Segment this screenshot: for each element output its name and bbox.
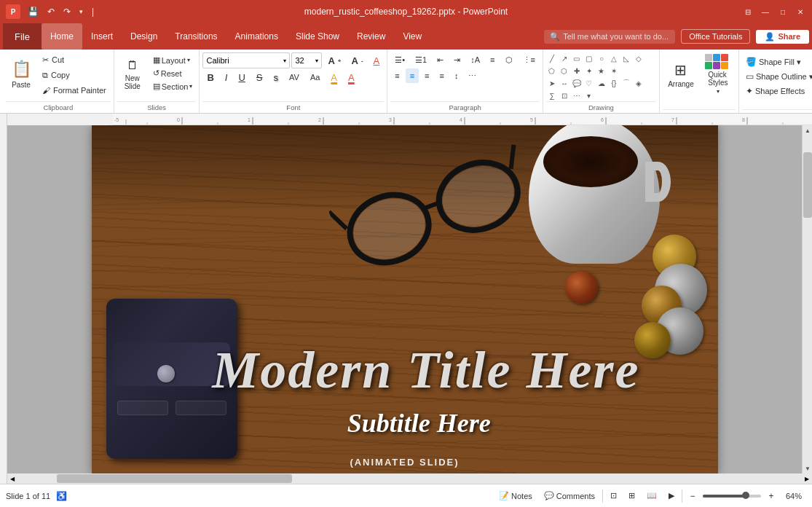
shape-star4[interactable]: ✦ [583,65,595,76]
slide-sorter-button[interactable]: ⊞ [624,490,639,502]
shape-brace[interactable]: ⌒ [620,77,632,89]
align-right-button[interactable]: ≡ [420,68,433,83]
layout-button[interactable]: ▦ Layout ▾ [149,54,197,66]
shape-right-triangle[interactable]: ◺ [620,52,632,64]
shape-text-box[interactable]: ⊡ [559,90,570,101]
shape-rounded-rect[interactable]: ▢ [583,52,595,64]
shape-star5[interactable]: ★ [596,65,607,76]
maximize-button[interactable]: □ [777,6,789,17]
shape-more[interactable]: ⋯ [571,90,583,101]
customize-quick-access-button[interactable]: ▾ [76,7,86,17]
menu-transitions[interactable]: Transitions [166,23,226,50]
shape-triangle[interactable]: △ [608,52,620,64]
shape-arrow[interactable]: ↗ [559,52,570,64]
cut-button[interactable]: ✂ Cut [38,52,111,67]
slide-thumb-3[interactable]: 3 📁 [3,221,6,271]
line-spacing-button[interactable]: ↕ [450,68,463,83]
shape-outline-button[interactable]: ▭ Shape Outline ▾ [742,70,812,83]
slide-thumb-7[interactable]: 7 📊 [3,431,6,481]
search-box[interactable]: 🔍 Tell me what you want to do... [544,30,675,44]
align-left-button[interactable]: ≡ [390,68,403,83]
slide-thumb-4[interactable]: 4 🖥️ [3,274,6,323]
shape-oval[interactable]: ○ [596,52,607,64]
smartart-button[interactable]: ⬡ [501,52,517,67]
reset-button[interactable]: ↺ Reset [149,67,197,79]
shape-star6[interactable]: ✶ [608,65,620,76]
zoom-out-button[interactable]: − [685,489,700,503]
strikethrough-button[interactable]: S [252,70,267,84]
font-family-selector[interactable]: Calibri ▾ [202,52,290,68]
zoom-slider[interactable] [703,495,761,498]
columns-button[interactable]: ⋮≡ [519,52,540,67]
copy-button[interactable]: ⧉ Copy [38,68,111,82]
font-size-selector[interactable]: 32 ▾ [291,52,322,68]
scroll-track-h[interactable] [17,473,802,484]
scroll-up-button[interactable]: ▲ [803,125,812,135]
slide-thumb-1[interactable]: 1 ★ Modern Title Here [3,117,6,166]
section-button[interactable]: ▤ Section ▾ [149,80,197,93]
text-highlight-button[interactable]: A [326,70,342,84]
shadow-button[interactable]: s [269,70,283,84]
align-center-button[interactable]: ≡ [406,68,419,83]
scroll-down-button[interactable]: ▼ [803,463,812,473]
slide-thumb-2[interactable]: 2 Slide 2 [3,169,6,219]
redo-button[interactable]: ↷ [60,5,74,18]
quick-styles-button[interactable]: QuickStyles ▾ [701,52,736,96]
increase-font-button[interactable]: A+ [323,53,345,68]
increase-indent-button[interactable]: ⇥ [449,52,465,67]
menu-slide-show[interactable]: Slide Show [287,23,348,50]
window-multi-btn[interactable]: ⊟ [742,6,754,17]
slide-thumb-5[interactable]: 5 📝 [3,326,6,376]
share-button[interactable]: 👤 Share [756,30,809,44]
shape-rect[interactable]: ▭ [571,52,583,64]
decrease-font-button[interactable]: A- [347,53,368,68]
menu-insert[interactable]: Insert [82,23,122,50]
font-color-button[interactable]: A [344,70,359,84]
slide-thumb-6[interactable]: 6 ☕ [3,379,6,428]
shape-bracket[interactable]: {} [608,77,620,89]
shape-arrow-right[interactable]: ➤ [546,77,558,89]
new-slide-button[interactable]: 🗒 NewSlide [117,52,148,96]
office-tutorials-button[interactable]: Office Tutorials [681,29,750,44]
reading-view-button[interactable]: 📖 [642,490,661,502]
zoom-level-button[interactable]: 64% [781,490,806,502]
shape-line[interactable]: ╱ [546,52,558,64]
shape-arrow-2way[interactable]: ↔ [559,77,570,89]
undo-button[interactable]: ↶ [44,5,58,18]
justify-button[interactable]: ≡ [435,68,449,83]
menu-view[interactable]: View [394,23,430,50]
minimize-button[interactable]: — [760,6,771,17]
shape-hexagon[interactable]: ⬡ [559,65,570,76]
shape-pentagon[interactable]: ⬠ [546,65,558,76]
shape-flowchart[interactable]: ◈ [633,77,645,89]
menu-review[interactable]: Review [348,23,394,50]
decrease-indent-button[interactable]: ⇤ [433,52,448,67]
change-case-button[interactable]: Aa [306,70,324,84]
normal-view-button[interactable]: ⊡ [606,490,621,502]
scroll-track-v[interactable] [803,135,812,463]
close-button[interactable]: ✕ [795,6,806,17]
shape-fill-button[interactable]: 🪣 Shape Fill ▾ [742,55,805,68]
bullets-button[interactable]: ☰• [390,52,409,67]
notes-button[interactable]: 📝 Notes [494,490,537,502]
shape-expand[interactable]: ▾ [583,90,595,101]
menu-file[interactable]: File [3,23,42,50]
scroll-thumb-v[interactable] [803,152,812,218]
text-direction-button[interactable]: ↕A [466,52,484,67]
paste-button[interactable]: 📋 Paste [6,52,36,96]
shape-heart[interactable]: ♡ [583,77,595,89]
italic-button[interactable]: I [221,70,232,84]
zoom-slider-thumb[interactable] [742,492,749,499]
menu-home[interactable]: Home [42,23,82,50]
shape-callout[interactable]: 💬 [571,77,583,89]
save-button[interactable]: 💾 [25,5,42,18]
char-spacing-button[interactable]: AV [285,70,304,84]
clear-format-button[interactable]: A [369,53,385,68]
shape-cloud[interactable]: ☁ [596,77,607,89]
menu-design[interactable]: Design [122,23,166,50]
shape-effects-button[interactable]: ✦ Shape Effects [742,84,808,98]
bold-button[interactable]: B [202,70,218,84]
shape-plus[interactable]: ✚ [571,65,583,76]
comments-button[interactable]: 💬 Comments [540,490,599,502]
underline-button[interactable]: U [234,70,249,84]
